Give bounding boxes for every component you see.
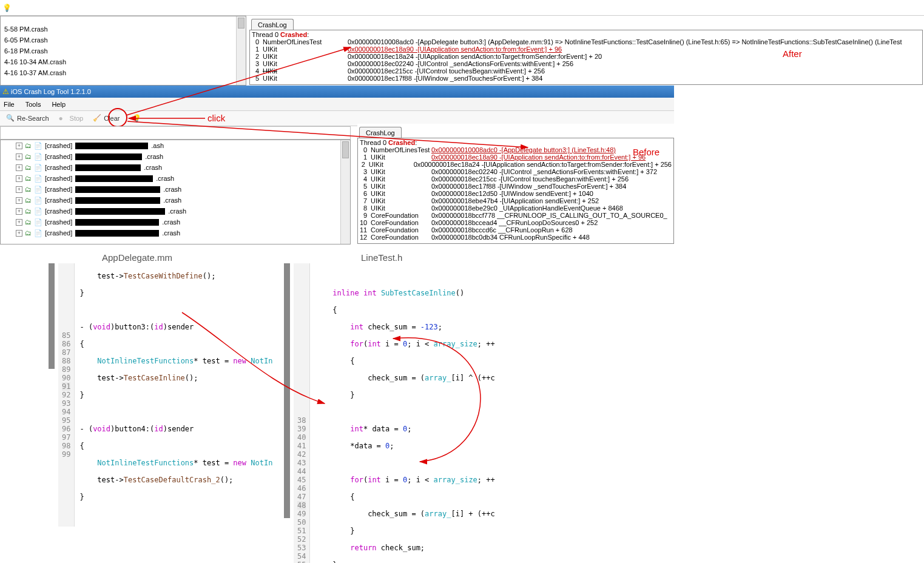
redacted-text [75, 153, 142, 160]
menu-file[interactable]: File [4, 101, 15, 108]
crash-tree[interactable]: [crashed].ash [crashed].crash [crashed].… [0, 140, 351, 244]
crashlog-body[interactable]: Thread 0 Crashed: 0NumberOfLinesTest0x00… [357, 138, 674, 244]
warning-icon [0, 87, 11, 96]
code-panel-left[interactable]: 858687888990919293949596979899 test->Tes… [58, 263, 289, 527]
tree-row[interactable]: [crashed].crash [1, 217, 350, 228]
redacted-text [75, 143, 148, 149]
lightbulb-icon[interactable] [2, 4, 11, 12]
tab-crashlog[interactable]: CrashLog [359, 127, 402, 138]
code-panel-right[interactable]: 3839404142434445464748495051525354555657… [294, 263, 536, 563]
file-icon [34, 153, 42, 161]
scrollbar-thumb[interactable] [238, 18, 244, 29]
tree-row[interactable]: [crashed].crash [1, 173, 350, 184]
crash-file-list-top[interactable]: 5-58 PM.crash 6-05 PM.crash 6-18 PM.cras… [0, 16, 246, 86]
stop-icon [59, 114, 67, 123]
crashed-word: Crashed [388, 139, 415, 146]
log-row: 10CoreFoundation0x000000018bccead4 __CFR… [360, 219, 672, 226]
scrollbar[interactable] [340, 140, 350, 244]
folder-icon [25, 218, 32, 226]
file-icon [34, 142, 42, 150]
folder-icon [25, 186, 32, 193]
list-scroll: 5-58 PM.crash 6-05 PM.crash 6-18 PM.cras… [1, 16, 246, 78]
redacted-text [75, 186, 160, 193]
expand-icon[interactable] [16, 219, 22, 226]
window-titlebar[interactable]: iOS Crash Log Tool 1.2.1.0 [0, 86, 674, 98]
log-row: 2UIKit0x000000018ec18a24 -[UIApplication… [360, 161, 672, 168]
list-item[interactable]: 6-05 PM.crash [1, 35, 246, 46]
log-row: 4UIKit0x000000018ec215cc -[UIControl tou… [252, 67, 920, 75]
crashlog-body[interactable]: Thread 0 Crashed: 0NumberOfLinesTest0x00… [249, 30, 923, 85]
log-row: 4UIKit0x000000018ec215cc -[UIControl tou… [360, 175, 672, 183]
log-row: 5UIKit0x000000018ec17f88 -[UIWindow _sen… [360, 183, 672, 190]
tree-row[interactable]: [crashed].crash [1, 195, 350, 206]
file-icon [34, 229, 42, 237]
menu-tools[interactable]: Tools [25, 101, 41, 108]
log-row: 1UIKit0x000000018ec18a90 -[UIApplication… [360, 153, 672, 161]
redacted-text [75, 230, 159, 237]
search-icon [6, 114, 15, 123]
scrollbar-thumb[interactable] [342, 141, 349, 158]
expand-icon[interactable] [16, 153, 22, 160]
list-item[interactable]: 4-16 10-34 AM.crash [1, 56, 246, 67]
log-row: 1UIKit0x000000018ec18a90 -[UIApplication… [252, 46, 920, 53]
window-title: iOS Crash Log Tool 1.2.1.0 [11, 88, 91, 95]
file-icon [34, 186, 42, 194]
tab-strip: CrashLog [357, 124, 674, 138]
tree-row[interactable]: [crashed].crash [1, 184, 350, 195]
folder-icon [25, 229, 32, 237]
tree-row[interactable]: [crashed].crash [1, 206, 350, 217]
symbolicate-button[interactable] [130, 113, 143, 124]
code-indicator-bar [284, 263, 290, 518]
code-body: inline int SubTestCaseInline() { int che… [310, 263, 494, 563]
log-row: 6UIKit0x000000018ec12d50 -[UIWindow send… [360, 190, 672, 197]
expand-icon[interactable] [16, 197, 22, 204]
code-gutter: 3839404142434445464748495051525354555657… [294, 263, 310, 563]
menu-help[interactable]: Help [52, 101, 66, 108]
log-row: 3UIKit0x000000018ec02240 -[UIControl _se… [252, 60, 920, 67]
redacted-text [75, 197, 160, 204]
redacted-text [75, 164, 141, 171]
tab-crashlog[interactable]: CrashLog [251, 19, 294, 30]
crashlog-pane-after: CrashLog Thread 0 Crashed: 0NumberOfLine… [249, 16, 923, 86]
list-item[interactable]: 6-18 PM.crash [1, 46, 246, 56]
folder-icon [25, 142, 32, 149]
log-row: 2UIKit0x000000018ec18a24 -[UIApplication… [252, 53, 920, 60]
clear-button[interactable]: Clear [90, 113, 122, 124]
folder-icon [25, 164, 32, 171]
log-row: 7UIKit0x000000018ebe47b4 -[UIApplication… [360, 197, 672, 204]
file-icon [34, 164, 42, 172]
code-file-title-left: AppDelegate.mm [102, 252, 172, 263]
crashlog-pane-before: CrashLog Thread 0 Crashed: 0NumberOfLine… [357, 124, 674, 244]
list-item[interactable]: 4-16 10-37 AM.crash [1, 67, 246, 78]
log-row: 8UIKit0x000000018ebe29c0 _UIApplicationH… [360, 204, 672, 212]
tree-row[interactable]: [crashed].crash [1, 162, 350, 173]
expand-icon[interactable] [16, 143, 22, 149]
tab-strip: CrashLog [249, 16, 923, 30]
crashed-word: Crashed [280, 31, 307, 38]
file-icon [34, 175, 42, 183]
expand-icon[interactable] [16, 164, 22, 171]
stop-button[interactable]: Stop [56, 113, 86, 124]
lightbulb-icon [132, 114, 141, 123]
log-row: 11CoreFoundation0x000000018bcccd6c __CFR… [360, 226, 672, 234]
file-icon [34, 218, 42, 226]
tree-row[interactable]: [crashed].ash [1, 140, 350, 151]
menu-bar: File Tools Help [0, 98, 674, 111]
folder-icon [25, 197, 32, 204]
folder-icon [25, 207, 32, 215]
top-icon-bar [0, 0, 924, 16]
expand-icon[interactable] [16, 208, 22, 215]
tree-row[interactable]: [crashed].crash [1, 228, 350, 238]
list-item[interactable]: 5-58 PM.crash [1, 24, 246, 35]
broom-icon [93, 114, 101, 123]
scrollbar[interactable] [236, 16, 246, 85]
search-input[interactable] [0, 126, 351, 140]
expand-icon[interactable] [16, 230, 22, 237]
research-button[interactable]: Re-Search [4, 113, 52, 124]
file-icon [34, 207, 42, 215]
tree-row[interactable]: [crashed].crash [1, 151, 350, 162]
expand-icon[interactable] [16, 175, 22, 182]
log-row: 12CoreFoundation0x000000018bc0db34 CFRun… [360, 234, 672, 241]
code-file-title-right: LineTest.h [361, 252, 402, 263]
expand-icon[interactable] [16, 186, 22, 193]
